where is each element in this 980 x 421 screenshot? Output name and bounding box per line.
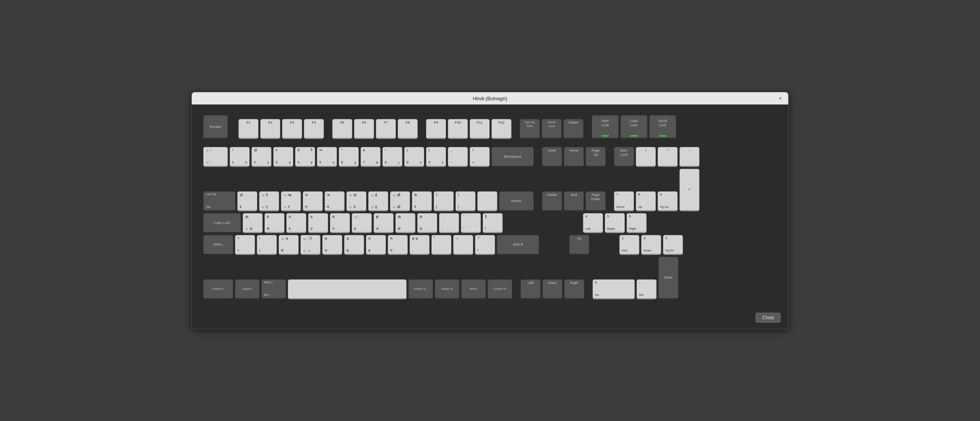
key-pause[interactable]: Pause xyxy=(564,119,583,139)
key-9[interactable]: ( 9९ xyxy=(404,147,424,167)
key-f7[interactable]: F7 xyxy=(376,119,396,139)
key-shift-left[interactable]: Shift L xyxy=(203,235,233,255)
key-numpad-1[interactable]: 1 End xyxy=(619,235,639,255)
key-g[interactable]: घ ग xyxy=(330,213,350,233)
key-numpad-dot[interactable]: . Del xyxy=(637,279,657,299)
key-0[interactable]: ) 0० xyxy=(426,147,446,167)
key-super-left[interactable]: Super L xyxy=(235,279,260,299)
key-l[interactable]: ळ ल xyxy=(417,213,437,233)
key-f12[interactable]: F12 xyxy=(492,119,511,139)
key-period[interactable]: ड ड , xyxy=(410,235,430,255)
key-o[interactable]: फ प xyxy=(412,191,432,211)
key-capslock-indicator[interactable]: CapsLock xyxy=(621,115,647,139)
key-level3[interactable]: Level3 S... xyxy=(408,279,433,299)
key-e[interactable]: ☼ ऋ ☼ र xyxy=(281,191,301,211)
key-3[interactable]: # 3३ xyxy=(273,147,293,167)
key-numpad-3[interactable]: 3 Pg Dn xyxy=(663,235,683,255)
key-1[interactable]: ! 1१ xyxy=(230,147,250,167)
key-b[interactable]: छ च xyxy=(322,235,342,255)
key-2[interactable]: @ 2२ xyxy=(252,147,271,167)
key-delete[interactable]: Delete xyxy=(542,191,562,211)
key-quote[interactable]: " ' xyxy=(461,213,481,233)
key-f10[interactable]: F10 xyxy=(448,119,468,139)
key-f1[interactable]: F1 xyxy=(238,119,258,139)
key-z[interactable]: > < xyxy=(235,235,255,255)
key-numpad-2[interactable]: 2 Down xyxy=(641,235,661,255)
key-scrolllock[interactable]: ScrollLock xyxy=(542,119,562,139)
key-numpad-7[interactable]: 7 Home xyxy=(614,191,634,211)
key-w[interactable]: ☼ ऐ ☼ ए xyxy=(259,191,279,211)
key-right[interactable]: Right xyxy=(564,279,584,299)
key-pagedown[interactable]: PageDown xyxy=(586,191,606,211)
key-h[interactable]: ☼: ह xyxy=(352,213,372,233)
titlebar-close-button[interactable]: × xyxy=(777,95,784,102)
key-escape[interactable]: Escape xyxy=(203,115,228,139)
key-d[interactable]: ध द xyxy=(286,213,306,233)
key-s[interactable]: ष स xyxy=(265,213,284,233)
key-numpad-0[interactable]: 0 Ins xyxy=(593,279,635,299)
key-numlock-indicator[interactable]: NumLock xyxy=(592,115,619,139)
key-equals[interactable]: + = xyxy=(470,147,490,167)
key-x[interactable]: ! | xyxy=(257,235,277,255)
key-f11[interactable]: F11 xyxy=(470,119,490,139)
key-space[interactable] xyxy=(288,279,407,299)
key-f[interactable]: ठ ट xyxy=(308,213,328,233)
key-f5[interactable]: F5 xyxy=(332,119,352,139)
key-insert[interactable]: Insert xyxy=(542,147,562,167)
key-dot-nav[interactable]: ☼ xyxy=(453,235,473,255)
key-super-right[interactable]: Super R xyxy=(435,279,459,299)
key-shift-right[interactable]: Shift R xyxy=(497,235,539,255)
key-left[interactable]: Left xyxy=(521,279,541,299)
key-backtick[interactable]: ☼ ~ ☼ ` xyxy=(203,147,228,167)
key-pageup[interactable]: PageUp xyxy=(586,147,606,167)
key-v[interactable]: ☼ ॉ ☼ ☼ xyxy=(301,235,320,255)
key-minus[interactable]: _ - xyxy=(448,147,468,167)
key-question[interactable]: ? / xyxy=(475,235,495,255)
key-slash[interactable]: ° xyxy=(431,235,451,255)
key-alt-left[interactable]: Meta L Alt L xyxy=(261,279,286,299)
key-i[interactable]: ☼ औ ☼ ओ xyxy=(390,191,410,211)
key-numpad-8[interactable]: 8 Up xyxy=(636,191,656,211)
key-f6[interactable]: F6 xyxy=(354,119,374,139)
key-y[interactable]: ☼ ऊ ☼ उ xyxy=(346,191,366,211)
key-comma[interactable]: ण न xyxy=(388,235,408,255)
key-tab[interactable]: Left Tab Tab xyxy=(203,191,235,211)
close-button[interactable]: Close xyxy=(756,313,781,323)
key-numpad-star[interactable]: * xyxy=(658,147,678,167)
key-home[interactable]: Home xyxy=(564,147,584,167)
key-control-left[interactable]: Control L xyxy=(203,279,233,299)
key-7[interactable]: & 7७ xyxy=(361,147,381,167)
key-numpad-numlock[interactable]: NumLock xyxy=(614,147,634,167)
key-bracket-close[interactable] xyxy=(477,191,497,211)
key-f8[interactable]: F8 xyxy=(398,119,418,139)
key-5[interactable]: % 5५ xyxy=(317,147,337,167)
key-8[interactable]: * 8८ xyxy=(382,147,402,167)
key-numpad-enter[interactable]: Enter xyxy=(658,257,678,299)
key-backslash[interactable]: ‖ \ xyxy=(483,213,503,233)
key-c[interactable]: ☼ ञ श xyxy=(279,235,299,255)
key-6[interactable]: ^ 6६ xyxy=(339,147,359,167)
key-j[interactable]: झ ज xyxy=(374,213,394,233)
key-backspace[interactable]: BackSpace xyxy=(492,147,534,167)
key-numpad-9[interactable]: 9 Pg Up xyxy=(658,191,678,211)
key-scrolllock-indicator[interactable]: ScrollLock xyxy=(649,115,676,139)
key-m[interactable]: भ ब xyxy=(366,235,386,255)
key-down[interactable]: Down xyxy=(542,279,562,299)
key-bracket-open[interactable]: } ] xyxy=(456,191,475,211)
key-numpad-6[interactable]: 6 Right xyxy=(627,213,647,233)
key-f2[interactable]: F2 xyxy=(260,119,280,139)
key-u[interactable]: ☼ ई ☼ इ xyxy=(368,191,388,211)
key-q[interactable]: ॐ व xyxy=(237,191,257,211)
key-menu[interactable]: Menu xyxy=(461,279,486,299)
key-numpad-minus[interactable]: - xyxy=(679,147,699,167)
key-numpad-4[interactable]: 4 Left xyxy=(583,213,603,233)
key-f3[interactable]: F3 xyxy=(282,119,302,139)
key-r[interactable]: थ त xyxy=(303,191,323,211)
key-numpad-plus[interactable]: + xyxy=(679,169,699,211)
key-a[interactable]: आ ☼ अ xyxy=(243,213,263,233)
key-k[interactable]: ख क xyxy=(395,213,415,233)
key-p[interactable]: { [ xyxy=(434,191,454,211)
key-f9[interactable]: F9 xyxy=(426,119,446,139)
key-numpad-5[interactable]: 5 Begin xyxy=(605,213,625,233)
key-end[interactable]: End xyxy=(564,191,584,211)
